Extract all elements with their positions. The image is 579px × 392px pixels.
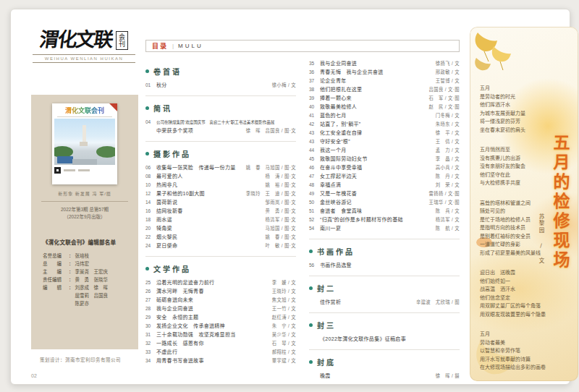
issue-line1: 2022年第3期 总第57期 <box>31 206 138 213</box>
toc-item-author: 朱旸东 / 文 <box>436 120 460 129</box>
toc-item: 24夏日使命叶 敏 / 图·文 <box>145 242 296 250</box>
section-divider <box>145 256 296 257</box>
toc-item: 40致敬最美检修人赵 民 / 文·图 <box>309 103 460 111</box>
toc-column-right: 35我与企业同奋进徐扬飞 / 文36青春无悔 我与企业共奋进邢政敏 / 文37论… <box>309 59 460 380</box>
editorial-board: 《渭化文联会刊》编辑部名单 名誉总编：张培枝总 编：冯炜宏主 编：李景尧 王宏庆… <box>43 238 131 307</box>
toc-item-author: 马旭国 / 图·文 <box>266 224 296 233</box>
toc-header-en: MULU <box>178 43 203 49</box>
bush-shape <box>96 146 115 158</box>
toc-item-author: 石 琴 / 文 <box>272 339 296 348</box>
toc-item: 04公司在陕煤集团“欢度国庆节 喜迎二十大”职工书法美术摄影作品展 <box>145 118 296 127</box>
issue-info: 2022年第3期 总第57期 （2022年9月出版） <box>31 206 138 221</box>
toc-item: 29安全 永恒的主题赵红涛 / 文 <box>145 313 296 322</box>
ginkgo-leaves-icon <box>471 30 519 85</box>
magazine-cover-thumbnail: 渭化文联会刊 <box>52 103 117 184</box>
cover-footer-bar <box>64 169 75 171</box>
section-label: 封底 <box>317 357 336 367</box>
toc-item: 25沿着光明的足迹奋力前行李 媛 / 文 <box>145 278 296 287</box>
toc-item-title: 蓝色的七月 <box>320 111 433 120</box>
toc-item-title: 幸福点滴 <box>320 181 433 189</box>
toc-item-number: 08 <box>145 172 156 181</box>
toc-item-author: 陈 兵 / 文 <box>436 207 460 216</box>
toc-item: 06收集每一张笑脸 传递每一份力量姚 春 马旭国 / 图·文 <box>145 163 296 172</box>
magazine-logo: 渭化文联 会刊 WEIHUA WENLIAN HUIKAN <box>33 24 135 63</box>
toc-item-title: 秋分 <box>156 81 269 90</box>
section-bullet-icon <box>145 69 149 73</box>
toc-item-number: 34 <box>145 357 156 365</box>
section-divider <box>145 95 296 96</box>
toc-item-author: 邹雨岚 / 图·文 <box>266 198 296 207</box>
toc-item-number: 45 <box>309 155 320 163</box>
section-bullet-icon <box>309 250 313 253</box>
toc-item-title: 又是一年槐花香 <box>320 189 426 198</box>
toc-item-number: 20 <box>145 224 156 233</box>
toc-item-title: 捧着一颗心来 <box>320 94 426 103</box>
toc-item-title: 书画作品选登 <box>320 261 457 270</box>
poem-line: 用双脚丈量厂区的每个角落 <box>480 302 554 311</box>
page-number-left: 02 <box>31 373 37 378</box>
toc-item: 51奋进者 食堂真味陈 兵 / 文 <box>309 207 460 216</box>
magazine-spread: 渭化文联 会刊 WEIHUA WENLIAN HUIKAN 渭化文联会刊 <box>10 9 570 385</box>
toc-item-author: 赵红涛 / 文 <box>272 313 296 322</box>
panel-divider <box>41 201 128 202</box>
toc-item-number: 16 <box>145 207 156 216</box>
poem-line: 五月 <box>480 85 554 93</box>
poem-line: 五月悄然而至 <box>480 146 554 155</box>
poem-line: 为城市发展贡献力量 <box>480 110 554 119</box>
section-heading: 文学作品 <box>145 263 296 274</box>
editorial-row: 主 编：李景尧 王宏庆 <box>43 268 131 276</box>
toc-item-title: 中荣获多个奖项 <box>156 127 243 135</box>
toc-item: 45致敬国际劳动妇女节李 晶 / 文 <box>309 155 460 163</box>
toc-item-title: 公司在陕煤集团“欢度国庆节 喜迎二十大”职工书法美术摄影作品展 <box>156 118 296 127</box>
editorial-row: 责任编辑：黄 勇 张晓华 <box>43 276 131 284</box>
section-label: 简讯 <box>153 103 172 114</box>
editorial-name-line: 刘彦成 徐 晖 <box>75 284 109 291</box>
toc-item: 32一路成长 感恩有你石 琴 / 文 <box>145 339 296 348</box>
toc-item-number: 27 <box>145 296 156 304</box>
toc-item-title: 渭水河畔 无悔青春 <box>156 287 269 296</box>
toc-item-author: 辛建波 尤欣瑞 / 图 <box>416 298 460 307</box>
design-credit: 策划设计：渭南市宏利印务有限公司 <box>40 356 121 363</box>
toc-item: 晚霞徐 晖 / 摄 <box>309 372 460 380</box>
left-sidebar-panel: 渭化文联会刊 新形象 新发展 冯 军/摄 2022年第3期 总第57期 （202… <box>31 95 138 349</box>
toc-item: 49又是一年槐花香雷扬扬 / 文·图 <box>309 189 460 198</box>
logo-badge: 会刊 <box>116 31 128 50</box>
toc-item: 01秋分徐小梅 / 文 <box>145 81 296 90</box>
toc-item-title: 致敬国际劳动妇女节 <box>320 155 433 163</box>
poem-line: 与大检修携手共度 <box>480 179 554 188</box>
toc-item-title: 不虚此行 <box>156 348 269 357</box>
section-divider <box>145 141 296 142</box>
toc-item: 37论企业青年王智博 / 文 <box>309 77 460 85</box>
toc-item-title: 我与企业同奋进 <box>156 304 269 313</box>
toc-item: 42站直了，别“躺平”朱旸东 / 文 <box>309 120 460 129</box>
poem-stanza: 五月劳动者最美以智慧和辛劳作笔用汗水写就奉献的诗篇在大修现场描绘出多彩的画卷 <box>480 331 554 372</box>
toc-item-number: 37 <box>309 77 320 85</box>
toc-item-title: 一路成长 感恩有你 <box>156 339 269 348</box>
art-panel-author: 苏黎园 / 文 <box>537 213 545 265</box>
toc-item-author: 王智博 / 文 <box>436 77 460 85</box>
toc-item: 《2022年渭化文联作品集》征稿启事 <box>309 335 460 344</box>
toc-item-title: 结网妆新春 <box>156 207 263 216</box>
toc-item-number: 14 <box>145 198 156 207</box>
toc-item-author: 姚 春 马旭国 / 图·文 <box>246 163 296 172</box>
toc-item-author: 李 晶 / 文 <box>436 155 460 163</box>
section-heading: 卷首语 <box>145 66 296 77</box>
editorial-role: 编 辑 <box>43 284 69 307</box>
toc-item: 22烟火黎民姚 春 / 图·文 <box>145 233 296 242</box>
toc-item-number: 52 <box>309 216 320 224</box>
poem-line: 战高温 洒汗水 <box>480 286 554 294</box>
poem-line: 在大修现场描绘出多彩的画卷 <box>480 364 554 372</box>
poem-line: 高耸的塔林和管道之间 <box>480 200 554 208</box>
toc-item-author: 孟 力 / 文 <box>436 146 460 155</box>
art-panel: 五月是劳动者的时光他们挥洒汗水为城市发展贡献力量将一缕浅夏的芬芳坐在春末夏初的肩… <box>470 27 578 381</box>
toc-item: 38他们把根扎在这里吕国良 / 文·图 <box>309 85 460 94</box>
toc-item-title: 三十余载功勋强 攻坚克难显担当 <box>156 331 269 339</box>
toc-item-number: 04 <box>145 118 156 127</box>
toc-item: 31三十余载功勋强 攻坚克难显担当吴少华 / 文 <box>145 331 296 339</box>
toc-item-title: 在奋斗中享受幸福 <box>320 163 433 172</box>
poem-line: 他们信念坚定 <box>480 294 554 303</box>
editorial-colon: ： <box>69 260 74 268</box>
editorial-name-line: 黄 勇 张晓华 <box>75 276 109 284</box>
toc-item-number: 22 <box>145 233 156 242</box>
toc-item-number: 49 <box>309 189 320 198</box>
